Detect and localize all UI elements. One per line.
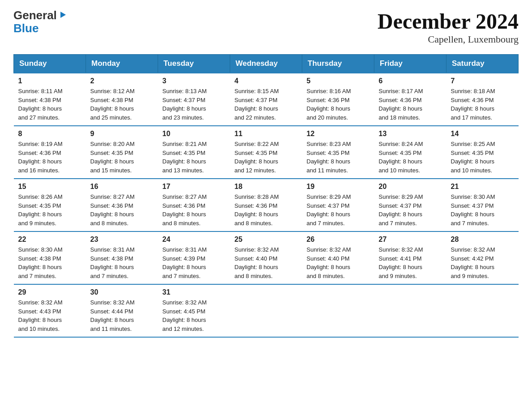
day-info: Sunrise: 8:19 AMSunset: 4:36 PMDaylight:… bbox=[18, 141, 63, 174]
logo-general: General bbox=[13, 9, 57, 22]
calendar-cell: 29 Sunrise: 8:32 AMSunset: 4:43 PMDaylig… bbox=[14, 284, 86, 337]
day-info: Sunrise: 8:30 AMSunset: 4:38 PMDaylight:… bbox=[18, 246, 63, 279]
calendar-cell: 19 Sunrise: 8:29 AMSunset: 4:37 PMDaylig… bbox=[302, 179, 374, 231]
day-number: 24 bbox=[163, 235, 226, 244]
calendar-cell: 25 Sunrise: 8:32 AMSunset: 4:40 PMDaylig… bbox=[230, 231, 302, 284]
day-number: 7 bbox=[451, 77, 514, 85]
calendar-cell: 4 Sunrise: 8:15 AMSunset: 4:37 PMDayligh… bbox=[230, 73, 302, 126]
day-info: Sunrise: 8:12 AMSunset: 4:38 PMDaylight:… bbox=[90, 88, 135, 121]
calendar-cell: 2 Sunrise: 8:12 AMSunset: 4:38 PMDayligh… bbox=[86, 73, 158, 126]
page-subtitle: Capellen, Luxembourg bbox=[378, 34, 519, 45]
day-info: Sunrise: 8:23 AMSunset: 4:35 PMDaylight:… bbox=[307, 141, 351, 174]
column-header-tuesday: Tuesday bbox=[158, 55, 230, 73]
calendar-cell bbox=[302, 284, 374, 337]
day-number: 2 bbox=[90, 77, 154, 85]
column-header-thursday: Thursday bbox=[302, 55, 374, 73]
calendar-cell: 24 Sunrise: 8:31 AMSunset: 4:39 PMDaylig… bbox=[158, 231, 230, 284]
calendar-week-row: 8 Sunrise: 8:19 AMSunset: 4:36 PMDayligh… bbox=[14, 126, 519, 179]
logo: General Blue bbox=[13, 9, 68, 34]
logo-blue: Blue bbox=[13, 22, 68, 35]
day-number: 8 bbox=[18, 130, 82, 138]
calendar-table: SundayMondayTuesdayWednesdayThursdayFrid… bbox=[13, 54, 519, 338]
column-header-monday: Monday bbox=[86, 55, 158, 73]
day-info: Sunrise: 8:13 AMSunset: 4:37 PMDaylight:… bbox=[163, 88, 207, 121]
day-info: Sunrise: 8:32 AMSunset: 4:45 PMDaylight:… bbox=[163, 299, 207, 332]
calendar-cell: 23 Sunrise: 8:31 AMSunset: 4:38 PMDaylig… bbox=[86, 231, 158, 284]
calendar-cell: 13 Sunrise: 8:24 AMSunset: 4:35 PMDaylig… bbox=[374, 126, 446, 179]
column-header-wednesday: Wednesday bbox=[230, 55, 302, 73]
day-number: 28 bbox=[451, 235, 514, 244]
day-info: Sunrise: 8:26 AMSunset: 4:35 PMDaylight:… bbox=[18, 193, 63, 227]
day-info: Sunrise: 8:22 AMSunset: 4:35 PMDaylight:… bbox=[235, 141, 279, 174]
calendar-cell: 20 Sunrise: 8:29 AMSunset: 4:37 PMDaylig… bbox=[374, 179, 446, 231]
page-title: December 2024 bbox=[378, 9, 519, 34]
column-header-sunday: Sunday bbox=[14, 55, 86, 73]
day-info: Sunrise: 8:28 AMSunset: 4:36 PMDaylight:… bbox=[235, 193, 279, 227]
calendar-cell: 15 Sunrise: 8:26 AMSunset: 4:35 PMDaylig… bbox=[14, 179, 86, 231]
day-info: Sunrise: 8:11 AMSunset: 4:38 PMDaylight:… bbox=[18, 88, 63, 121]
day-info: Sunrise: 8:18 AMSunset: 4:36 PMDaylight:… bbox=[451, 88, 495, 121]
calendar-cell: 30 Sunrise: 8:32 AMSunset: 4:44 PMDaylig… bbox=[86, 284, 158, 337]
day-number: 27 bbox=[379, 235, 442, 244]
calendar-cell: 5 Sunrise: 8:16 AMSunset: 4:36 PMDayligh… bbox=[302, 73, 374, 126]
day-number: 21 bbox=[451, 183, 514, 191]
day-info: Sunrise: 8:16 AMSunset: 4:36 PMDaylight:… bbox=[307, 88, 351, 121]
day-info: Sunrise: 8:27 AMSunset: 4:36 PMDaylight:… bbox=[163, 193, 207, 227]
day-info: Sunrise: 8:31 AMSunset: 4:38 PMDaylight:… bbox=[90, 246, 135, 279]
day-number: 31 bbox=[163, 288, 226, 296]
day-number: 16 bbox=[90, 183, 154, 191]
page-header: General Blue December 2024 Capellen, Lux… bbox=[13, 9, 519, 45]
day-info: Sunrise: 8:29 AMSunset: 4:37 PMDaylight:… bbox=[379, 193, 423, 227]
day-info: Sunrise: 8:30 AMSunset: 4:37 PMDaylight:… bbox=[451, 193, 495, 227]
calendar-cell: 6 Sunrise: 8:17 AMSunset: 4:36 PMDayligh… bbox=[374, 73, 446, 126]
day-info: Sunrise: 8:32 AMSunset: 4:42 PMDaylight:… bbox=[451, 246, 495, 279]
day-number: 26 bbox=[307, 235, 370, 244]
day-number: 20 bbox=[379, 183, 442, 191]
day-info: Sunrise: 8:17 AMSunset: 4:36 PMDaylight:… bbox=[379, 88, 423, 121]
day-number: 9 bbox=[90, 130, 154, 138]
day-number: 25 bbox=[235, 235, 298, 244]
day-number: 19 bbox=[307, 183, 370, 191]
day-number: 6 bbox=[379, 77, 442, 85]
day-number: 17 bbox=[163, 183, 226, 191]
day-info: Sunrise: 8:32 AMSunset: 4:40 PMDaylight:… bbox=[307, 246, 351, 279]
calendar-cell: 16 Sunrise: 8:27 AMSunset: 4:36 PMDaylig… bbox=[86, 179, 158, 231]
day-number: 4 bbox=[235, 77, 298, 85]
day-number: 15 bbox=[18, 183, 82, 191]
calendar-cell: 18 Sunrise: 8:28 AMSunset: 4:36 PMDaylig… bbox=[230, 179, 302, 231]
day-info: Sunrise: 8:27 AMSunset: 4:36 PMDaylight:… bbox=[90, 193, 135, 227]
calendar-cell: 10 Sunrise: 8:21 AMSunset: 4:35 PMDaylig… bbox=[158, 126, 230, 179]
calendar-week-row: 29 Sunrise: 8:32 AMSunset: 4:43 PMDaylig… bbox=[14, 284, 519, 337]
day-number: 12 bbox=[307, 130, 370, 138]
day-number: 5 bbox=[307, 77, 370, 85]
day-info: Sunrise: 8:20 AMSunset: 4:35 PMDaylight:… bbox=[90, 141, 135, 174]
day-number: 14 bbox=[451, 130, 514, 138]
calendar-cell: 1 Sunrise: 8:11 AMSunset: 4:38 PMDayligh… bbox=[14, 73, 86, 126]
day-info: Sunrise: 8:32 AMSunset: 4:43 PMDaylight:… bbox=[18, 299, 63, 332]
calendar-cell: 9 Sunrise: 8:20 AMSunset: 4:35 PMDayligh… bbox=[86, 126, 158, 179]
calendar-cell: 26 Sunrise: 8:32 AMSunset: 4:40 PMDaylig… bbox=[302, 231, 374, 284]
calendar-cell: 14 Sunrise: 8:25 AMSunset: 4:35 PMDaylig… bbox=[446, 126, 519, 179]
calendar-cell: 17 Sunrise: 8:27 AMSunset: 4:36 PMDaylig… bbox=[158, 179, 230, 231]
day-number: 29 bbox=[18, 288, 82, 296]
day-number: 23 bbox=[90, 235, 154, 244]
day-number: 10 bbox=[163, 130, 226, 138]
calendar-cell: 7 Sunrise: 8:18 AMSunset: 4:36 PMDayligh… bbox=[446, 73, 519, 126]
title-block: December 2024 Capellen, Luxembourg bbox=[378, 9, 519, 45]
day-number: 13 bbox=[379, 130, 442, 138]
calendar-cell: 11 Sunrise: 8:22 AMSunset: 4:35 PMDaylig… bbox=[230, 126, 302, 179]
day-number: 18 bbox=[235, 183, 298, 191]
calendar-cell: 8 Sunrise: 8:19 AMSunset: 4:36 PMDayligh… bbox=[14, 126, 86, 179]
day-number: 1 bbox=[18, 77, 82, 85]
calendar-cell bbox=[374, 284, 446, 337]
calendar-cell: 12 Sunrise: 8:23 AMSunset: 4:35 PMDaylig… bbox=[302, 126, 374, 179]
calendar-week-row: 1 Sunrise: 8:11 AMSunset: 4:38 PMDayligh… bbox=[14, 73, 519, 126]
day-number: 30 bbox=[90, 288, 154, 296]
day-number: 22 bbox=[18, 235, 82, 244]
day-info: Sunrise: 8:29 AMSunset: 4:37 PMDaylight:… bbox=[307, 193, 351, 227]
day-info: Sunrise: 8:21 AMSunset: 4:35 PMDaylight:… bbox=[163, 141, 207, 174]
calendar-cell: 21 Sunrise: 8:30 AMSunset: 4:37 PMDaylig… bbox=[446, 179, 519, 231]
day-info: Sunrise: 8:31 AMSunset: 4:39 PMDaylight:… bbox=[163, 246, 207, 279]
calendar-header-row: SundayMondayTuesdayWednesdayThursdayFrid… bbox=[14, 55, 519, 73]
calendar-cell bbox=[230, 284, 302, 337]
